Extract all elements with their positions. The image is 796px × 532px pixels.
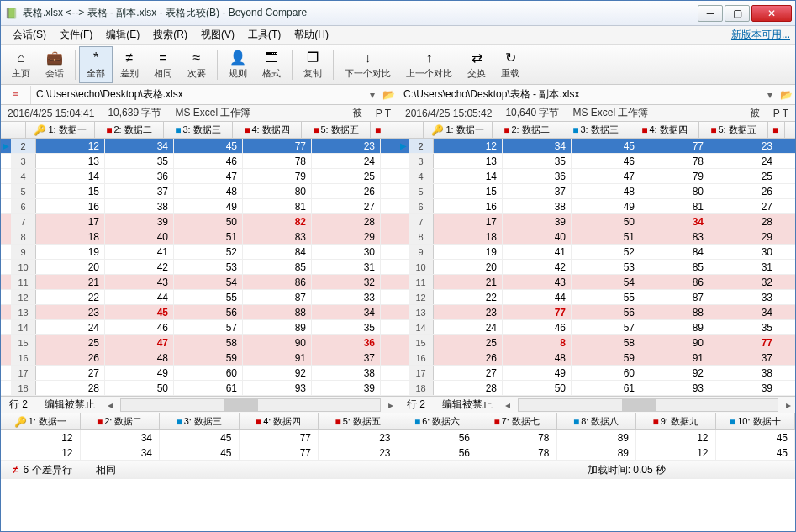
close-button[interactable]: ✕ — [751, 5, 792, 22]
cell[interactable]: 46 — [572, 154, 640, 168]
detail-column-header[interactable]: ■9: 数据九 — [636, 413, 716, 429]
cell[interactable]: 61 — [174, 381, 243, 395]
new-version-link[interactable]: 新版本可用... — [731, 28, 790, 42]
cell[interactable]: 28 — [36, 381, 105, 395]
cell[interactable]: 32 — [312, 275, 381, 289]
cell[interactable]: 52 — [572, 245, 640, 259]
cell[interactable]: 41 — [105, 245, 174, 259]
scroll-left-arrow[interactable]: ◂ — [103, 399, 117, 411]
cell[interactable]: 49 — [105, 366, 174, 380]
cell[interactable]: 13 — [36, 154, 105, 168]
menu-tools[interactable]: 工具(T) — [241, 26, 287, 44]
cell[interactable]: 23 — [709, 139, 778, 153]
right-path-dropdown[interactable]: ▾ — [763, 89, 777, 101]
column-header[interactable]: ■4: 数据四 — [630, 122, 699, 138]
table-row[interactable]: 142446578935 — [1, 320, 398, 335]
table-row[interactable]: 91941528430 — [1, 245, 398, 260]
scroll-left-arrow[interactable]: ◂ — [501, 399, 514, 411]
cell[interactable]: 93 — [243, 381, 312, 395]
cell[interactable]: 22 — [434, 290, 503, 304]
cell[interactable]: 77 — [640, 139, 709, 153]
right-hscrollbar[interactable] — [518, 398, 778, 412]
cell[interactable]: 87 — [243, 290, 312, 304]
cell[interactable]: 18 — [434, 229, 503, 244]
cell[interactable]: 87 — [640, 290, 709, 304]
left-path-input[interactable] — [31, 87, 366, 103]
column-header[interactable]: ■2: 数据二 — [95, 122, 164, 138]
cell[interactable]: 27 — [312, 199, 381, 213]
cell[interactable]: 80 — [640, 184, 709, 198]
cell[interactable]: 93 — [640, 381, 709, 395]
column-header[interactable]: ■5: 数据五 — [699, 122, 768, 138]
cell[interactable]: 19 — [36, 245, 105, 259]
cell[interactable]: 47 — [105, 335, 174, 350]
toolbar-交换[interactable]: ⇄交换 — [460, 46, 493, 83]
cell[interactable]: 30 — [312, 245, 381, 259]
column-header[interactable]: ■3: 数据三 — [561, 122, 630, 138]
detail-row[interactable]: 12344577235678891245 — [1, 445, 795, 461]
cell[interactable]: 37 — [709, 350, 778, 365]
cell[interactable]: 48 — [572, 184, 640, 198]
minimize-button[interactable]: ─ — [698, 5, 723, 22]
cell[interactable]: 92 — [640, 366, 709, 380]
cell[interactable]: 25 — [36, 335, 105, 350]
cell[interactable]: 20 — [434, 260, 503, 274]
detail-column-header[interactable]: 🔑1: 数据一 — [1, 413, 81, 429]
cell[interactable]: 21 — [36, 275, 105, 289]
cell[interactable]: 24 — [709, 154, 778, 168]
column-header[interactable]: ■ — [768, 122, 785, 138]
cell[interactable]: 85 — [640, 260, 709, 274]
maximize-button[interactable]: ▢ — [725, 5, 750, 22]
cell[interactable]: 24 — [312, 154, 381, 168]
cell[interactable]: 34 — [312, 305, 381, 319]
cell[interactable]: 26 — [312, 184, 381, 198]
column-header[interactable]: 🔑1: 数据一 — [26, 122, 95, 138]
cell[interactable]: 45 — [174, 139, 243, 153]
cell[interactable]: 15 — [36, 184, 105, 198]
cell[interactable]: 88 — [243, 305, 312, 319]
cell[interactable]: 89 — [640, 320, 709, 334]
left-path-dropdown[interactable]: ▾ — [366, 89, 379, 101]
cell[interactable]: 44 — [503, 290, 572, 304]
cell[interactable]: 34 — [503, 139, 572, 153]
cell[interactable]: 79 — [640, 169, 709, 183]
menu-session[interactable]: 会话(S) — [6, 26, 53, 44]
cell[interactable]: 52 — [174, 245, 243, 259]
cell[interactable]: 77 — [709, 335, 778, 350]
detail-column-header[interactable]: ■10: 数据十 — [716, 413, 796, 429]
cell[interactable]: 14 — [36, 169, 105, 183]
cell[interactable]: 61 — [572, 381, 640, 395]
cell[interactable]: 84 — [243, 245, 312, 259]
table-row[interactable]: 61638498127 — [398, 199, 795, 214]
cell[interactable]: 53 — [572, 260, 640, 274]
cell[interactable]: 79 — [243, 169, 312, 183]
menu-file[interactable]: 文件(F) — [53, 26, 99, 44]
cell[interactable]: 92 — [243, 366, 312, 380]
table-row[interactable]: 132377568834 — [398, 305, 795, 320]
table-row[interactable]: 61638498127 — [1, 199, 398, 214]
toolbar-次要[interactable]: ≈次要 — [180, 46, 213, 83]
cell[interactable]: 89 — [243, 320, 312, 334]
left-open-button[interactable]: 📂 — [379, 89, 398, 101]
table-row[interactable]: ▶21234457723 — [1, 139, 398, 154]
cell[interactable]: 59 — [174, 350, 243, 365]
detail-column-header[interactable]: ■3: 数据三 — [160, 413, 240, 429]
cell[interactable]: 51 — [572, 229, 640, 244]
cell[interactable]: 59 — [572, 350, 640, 365]
cell[interactable]: 24 — [36, 320, 105, 334]
table-row[interactable]: 102042538531 — [398, 260, 795, 275]
cell[interactable]: 54 — [572, 275, 640, 289]
cell[interactable]: 58 — [572, 335, 640, 350]
cell[interactable]: 77 — [503, 305, 572, 319]
cell[interactable]: 48 — [174, 184, 243, 198]
table-row[interactable]: 152547589036 — [1, 335, 398, 350]
cell[interactable]: 81 — [640, 199, 709, 213]
cell[interactable]: 39 — [709, 381, 778, 395]
cell[interactable]: 43 — [503, 275, 572, 289]
cell[interactable]: 16 — [36, 199, 105, 213]
cell[interactable]: 82 — [243, 214, 312, 229]
cell[interactable]: 23 — [312, 139, 381, 153]
cell[interactable]: 56 — [174, 305, 243, 319]
toolbar-复制[interactable]: ❐复制 — [296, 46, 329, 83]
detail-column-header[interactable]: ■5: 数据五 — [319, 413, 398, 429]
